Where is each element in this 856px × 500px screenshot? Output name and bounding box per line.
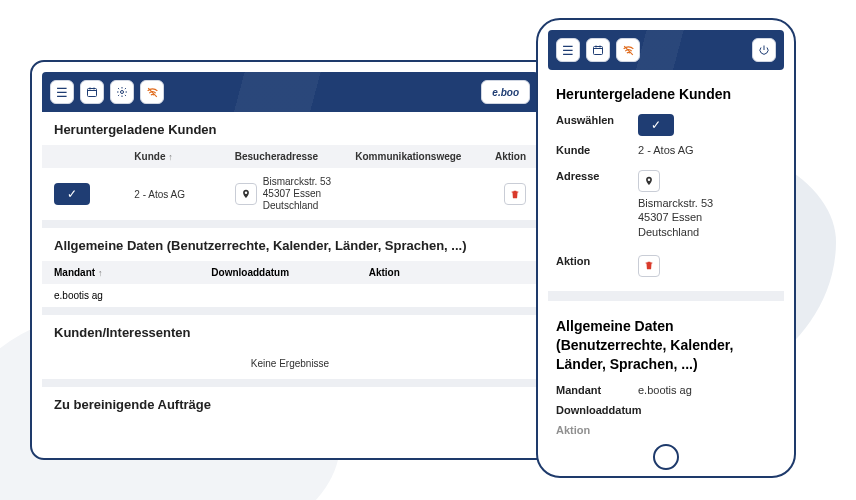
cell-mandant: e.bootis ag (54, 290, 211, 301)
col-besucheradresse[interactable]: Besucheradresse (235, 151, 356, 162)
hamburger-icon: ☰ (562, 43, 574, 58)
select-row-button[interactable]: ✓ (54, 183, 90, 205)
label-kunde: Kunde (556, 144, 638, 156)
col-downloaddatum[interactable]: Downloaddatum (211, 267, 368, 278)
offline-button[interactable] (616, 38, 640, 62)
power-icon (758, 44, 770, 56)
brand-chip: e.boo (481, 80, 530, 104)
col-mandant[interactable]: Mandant (54, 267, 95, 278)
col-aktion-2: Aktion (369, 267, 526, 278)
sort-asc-icon: ↑ (168, 152, 173, 162)
hamburger-icon: ☰ (56, 85, 68, 100)
label-downloaddatum: Downloaddatum (556, 404, 638, 416)
phone-header: ☰ (548, 30, 784, 70)
delete-row-button[interactable] (504, 183, 526, 205)
sort-asc-icon: ↑ (98, 268, 103, 278)
divider (548, 291, 784, 301)
value-kunde: 2 - Atos AG (638, 144, 776, 156)
label-adresse: Adresse (556, 170, 638, 182)
section-title-customers: Heruntergeladene Kunden (548, 74, 784, 110)
gear-icon (116, 86, 128, 98)
calendar-button[interactable] (586, 38, 610, 62)
divider (42, 307, 538, 315)
calendar-button[interactable] (80, 80, 104, 104)
col-kommunikationswege[interactable]: Kommunikationswege (355, 151, 476, 162)
label-mandant: Mandant (556, 384, 638, 396)
phone-home-button[interactable] (653, 444, 679, 470)
value-address: Bismarckstr. 53 45307 Essen Deutschland (638, 196, 776, 239)
svg-rect-2 (594, 47, 603, 55)
calendar-icon (86, 86, 98, 98)
trash-icon (644, 260, 654, 271)
empty-state: Keine Ergebnisse (42, 348, 538, 379)
cell-address: Bismarckstr. 53 45307 Essen Deutschland (263, 176, 331, 212)
label-aktion-2: Aktion (556, 424, 638, 436)
section-title-kunden-interessenten: Kunden/Interessenten (42, 315, 538, 348)
divider (42, 220, 538, 228)
table-row: e.bootis ag (42, 284, 538, 307)
svg-point-1 (121, 91, 124, 94)
trash-icon (510, 189, 520, 200)
section-title-customers: Heruntergeladene Kunden (42, 112, 538, 145)
tablet-frame: ☰ e.boo Heruntergeladene Kunden Kunde ↑ … (30, 60, 550, 460)
map-pin-icon (644, 175, 654, 187)
customers-table-header: Kunde ↑ Besucheradresse Kommunikationswe… (42, 145, 538, 168)
value-mandant: e.bootis ag (638, 384, 776, 396)
label-auswaehlen: Auswählen (556, 114, 638, 136)
phone-frame: ☰ Heruntergeladene Kunden Auswählen ✓ Ku… (536, 18, 796, 478)
general-table-header: Mandant ↑ Downloaddatum Aktion (42, 261, 538, 284)
label-aktion: Aktion (556, 255, 638, 277)
map-marker-button[interactable] (638, 170, 660, 192)
map-pin-icon (241, 188, 251, 200)
select-row-button[interactable]: ✓ (638, 114, 674, 136)
settings-button[interactable] (110, 80, 134, 104)
offline-button[interactable] (140, 80, 164, 104)
map-marker-button[interactable] (235, 183, 257, 205)
divider (42, 379, 538, 387)
delete-row-button[interactable] (638, 255, 660, 277)
col-aktion: Aktion (476, 151, 526, 162)
power-button[interactable] (752, 38, 776, 62)
section-title-bereinigen: Zu bereinigende Aufträge (42, 387, 538, 420)
section-title-general: Allgemeine Daten (Benutzerrechte, Kalend… (548, 311, 784, 380)
col-kunde[interactable]: Kunde (134, 151, 165, 162)
menu-button[interactable]: ☰ (50, 80, 74, 104)
table-row: ✓ 2 - Atos AG Bismarckstr. 53 45307 Esse… (42, 168, 538, 220)
menu-button[interactable]: ☰ (556, 38, 580, 62)
wifi-off-icon (146, 86, 159, 99)
cell-kunde: 2 - Atos AG (134, 189, 234, 200)
svg-rect-0 (88, 89, 97, 97)
calendar-icon (592, 44, 604, 56)
section-title-general: Allgemeine Daten (Benutzerrechte, Kalend… (42, 228, 538, 261)
wifi-off-icon (622, 44, 635, 57)
tablet-header: ☰ e.boo (42, 72, 538, 112)
